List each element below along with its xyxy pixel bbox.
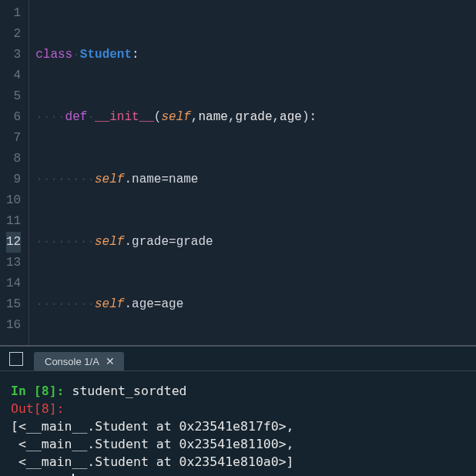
line-number: 9 — [6, 169, 21, 190]
line-number: 1 — [6, 3, 21, 24]
panel-icon[interactable] — [9, 352, 23, 366]
line-number: 7 — [6, 128, 21, 149]
console-input: student_sordted — [72, 384, 187, 398]
cursor — [72, 474, 74, 477]
line-number: 5 — [6, 86, 21, 107]
line-number: 16 — [6, 315, 21, 336]
line-number: 6 — [6, 107, 21, 128]
console-panel: Console 1/A ✕ In [8]: student_sordted Ou… — [0, 347, 476, 476]
in-number: 8 — [42, 384, 49, 398]
line-number: 12 — [6, 232, 21, 253]
console-output[interactable]: In [8]: student_sordted Out[8]: [<__main… — [0, 371, 476, 476]
out-prompt: Out[ — [11, 401, 42, 416]
console-tabs: Console 1/A ✕ — [0, 347, 476, 371]
code-line: ········self.grade=grade — [35, 232, 476, 253]
code-line: class·Student: — [35, 45, 476, 65]
line-number-gutter: 1 2 3 4 5 6 7 8 9 10 11 12 13 14 15 16 — [0, 0, 29, 345]
line-number: 14 — [6, 273, 21, 294]
out-number: 8 — [42, 401, 49, 416]
console-output-line: <__main__.Student at 0x23541e810a0>] — [11, 454, 294, 469]
line-number: 8 — [6, 149, 21, 169]
line-number: 4 — [6, 65, 21, 86]
code-editor: 1 2 3 4 5 6 7 8 9 10 11 12 13 14 15 16 c… — [0, 0, 476, 347]
code-area[interactable]: class·Student: ····def·__init__(self,nam… — [29, 0, 476, 345]
console-tab-label: Console 1/A — [45, 356, 99, 367]
close-icon[interactable]: ✕ — [106, 355, 115, 367]
line-number: 3 — [6, 45, 21, 65]
line-number: 15 — [6, 294, 21, 315]
console-output-line: <__main__.Student at 0x23541e81100>, — [11, 437, 294, 451]
console-output-line: [<__main__.Student at 0x23541e817f0>, — [11, 419, 294, 434]
console-tab[interactable]: Console 1/A ✕ — [34, 352, 124, 370]
in-prompt: In [ — [11, 384, 42, 398]
line-number: 10 — [6, 190, 21, 211]
line-number: 2 — [6, 24, 21, 45]
line-number: 11 — [6, 211, 21, 232]
code-line: ····def·__init__(self,name,grade,age): — [35, 107, 476, 128]
code-line: ········self.name=name — [35, 169, 476, 190]
line-number: 13 — [6, 253, 21, 273]
code-line: ········self.age=age — [35, 294, 476, 315]
